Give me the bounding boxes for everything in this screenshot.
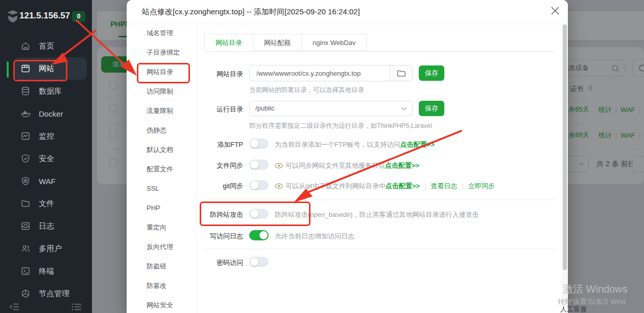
sidebar-item-home[interactable]: 首页 bbox=[14, 35, 87, 57]
menu-item-rewrite[interactable]: 伪静态 bbox=[127, 121, 197, 140]
section-divider bbox=[204, 249, 556, 249]
sidebar-item-label: 数据库 bbox=[39, 86, 62, 96]
sidebar-item-label: Docker bbox=[39, 109, 63, 118]
sidebar-item-terminal[interactable]: 终端 bbox=[14, 260, 87, 282]
notification-badge[interactable]: 0 bbox=[72, 11, 85, 22]
active-indicator-bar bbox=[7, 61, 9, 78]
docker-icon bbox=[20, 108, 31, 119]
file-sync-config-link[interactable]: 点击配置>> bbox=[385, 161, 419, 170]
app-root: 121.5.156.57 0 首页 网站 数据库 Docker 监控 安全 bbox=[0, 0, 644, 313]
sidebar-item-label: 文件 bbox=[39, 199, 54, 209]
folder-icon bbox=[20, 198, 31, 209]
menu-list-icon[interactable] bbox=[71, 303, 82, 311]
cross-site-desc: 防跨站攻击(open_basedir)，防止黑客通过其他网站目录进行入侵攻击 bbox=[275, 210, 479, 219]
collapse-sidebar-icon[interactable] bbox=[9, 303, 19, 311]
access-log-desc: 允许当前日志增加访问日志 bbox=[275, 232, 354, 241]
run-dir-label: 运行目录 bbox=[194, 105, 243, 114]
windows-activation-watermark-sub: 转到“设置”以激活 Wind bbox=[558, 297, 626, 306]
ftp-desc: 为当前目录添加一个FTP账号，以支持访问点击配置>> bbox=[275, 140, 435, 149]
menu-item-access-limit[interactable]: 访问限制 bbox=[127, 82, 197, 101]
eye-icon bbox=[275, 183, 283, 189]
server-ip: 121.5.156.57 bbox=[19, 11, 70, 21]
git-config-link[interactable]: 点击配置>> bbox=[386, 182, 420, 191]
folder-open-icon bbox=[397, 70, 406, 77]
sidebar-item-label: 多用户 bbox=[39, 244, 62, 254]
tab-site-directory[interactable]: 网站目录 bbox=[204, 34, 253, 51]
modal-scrollbar-thumb[interactable] bbox=[563, 25, 567, 270]
site-dir-input[interactable] bbox=[255, 69, 388, 78]
menu-item-traffic-limit[interactable]: 流量限制 bbox=[127, 101, 197, 121]
sidebar-item-security[interactable]: 安全 bbox=[14, 147, 87, 170]
menu-item-tamper-proof[interactable]: 防篡改 bbox=[127, 276, 197, 296]
close-icon bbox=[550, 5, 561, 16]
menu-item-default-doc[interactable]: 默认文档 bbox=[127, 140, 197, 160]
password-access-toggle[interactable] bbox=[249, 257, 269, 267]
modal-tabs: 网站目录 网站配额 nginx WebDav bbox=[204, 34, 556, 52]
sidebar-item-nodes[interactable]: 节点管理 bbox=[14, 282, 87, 305]
file-sync-toggle[interactable] bbox=[249, 160, 269, 170]
sidebar-item-label: 首页 bbox=[39, 41, 54, 51]
git-sync-toggle[interactable] bbox=[249, 180, 269, 190]
ftp-toggle[interactable] bbox=[249, 139, 269, 149]
menu-item-php[interactable]: PHP bbox=[127, 198, 197, 218]
chevron-down-icon bbox=[401, 107, 407, 111]
tab-site-quota[interactable]: 网站配额 bbox=[253, 34, 302, 51]
windows-activation-watermark: 激活 Windows bbox=[563, 282, 628, 296]
terminal-icon bbox=[20, 266, 31, 276]
sidebar-item-label: 节点管理 bbox=[39, 289, 69, 299]
save-run-dir-button[interactable]: 保存 bbox=[419, 101, 444, 116]
sidebar: 121.5.156.57 0 首页 网站 数据库 Docker 监控 安全 bbox=[0, 0, 92, 313]
ftp-label: 添加FTP bbox=[194, 140, 243, 149]
sidebar-item-database[interactable]: 数据库 bbox=[14, 80, 87, 102]
sidebar-item-files[interactable]: 文件 bbox=[14, 192, 87, 215]
website-icon bbox=[20, 63, 31, 74]
password-access-label: 密码访问 bbox=[194, 258, 243, 267]
shield-globe-icon bbox=[20, 176, 31, 186]
close-button[interactable] bbox=[550, 5, 563, 18]
menu-item-site-directory[interactable]: 网站目录 bbox=[127, 62, 197, 82]
menu-item-domain-manage[interactable]: 域名管理 bbox=[127, 24, 197, 43]
git-sync-desc: 可以从git中下载文件到网站目录中点击配置>>|查看日志|立即同步 bbox=[275, 182, 495, 191]
menu-item-redirect[interactable]: 重定向 bbox=[127, 218, 197, 237]
browse-folder-button[interactable] bbox=[390, 65, 412, 81]
run-dir-value: /public bbox=[255, 104, 275, 112]
log-icon bbox=[20, 221, 31, 231]
cube-icon bbox=[20, 288, 31, 299]
menu-item-subdir-bind[interactable]: 子目录绑定 bbox=[127, 43, 197, 62]
section-divider bbox=[204, 199, 556, 200]
monitor-icon bbox=[20, 131, 31, 141]
ftp-config-link[interactable]: 点击配置>> bbox=[400, 140, 435, 149]
database-icon bbox=[20, 86, 31, 96]
menu-item-config-file[interactable]: 配置文件 bbox=[127, 160, 197, 179]
sidebar-item-waf[interactable]: WAF bbox=[14, 170, 87, 192]
run-dir-help: 部分程序需要指定二级目录作为运行目录，如ThinkPHP5,Laravel bbox=[249, 122, 432, 130]
menu-item-site-security[interactable]: 网站安全 bbox=[127, 296, 197, 313]
tab-nginx-webdav[interactable]: nginx WebDav bbox=[301, 34, 367, 51]
view-log-link[interactable]: 查看日志 bbox=[431, 182, 457, 191]
file-sync-desc: 可以同步网站文件至其他服务节点点击配置>> bbox=[275, 161, 419, 170]
menu-item-reverse-proxy[interactable]: 反向代理 bbox=[127, 237, 197, 257]
sidebar-item-label: 网站 bbox=[39, 64, 54, 74]
site-dir-label: 网站目录 bbox=[194, 70, 243, 79]
sidebar-item-monitor[interactable]: 监控 bbox=[14, 125, 87, 147]
sidebar-item-website[interactable]: 网站 bbox=[14, 57, 87, 80]
sidebar-item-label: 日志 bbox=[39, 221, 54, 231]
sync-now-link[interactable]: 立即同步 bbox=[468, 182, 495, 191]
menu-item-ssl[interactable]: SSL bbox=[127, 179, 197, 198]
panel-logo-icon bbox=[6, 10, 19, 23]
sidebar-item-logs[interactable]: 日志 bbox=[14, 215, 87, 237]
git-sync-label: git同步 bbox=[194, 182, 243, 191]
run-dir-select[interactable]: /public bbox=[249, 101, 413, 116]
shield-check-icon bbox=[20, 153, 31, 164]
sidebar-item-label: WAF bbox=[39, 177, 56, 186]
eye-icon bbox=[275, 163, 283, 169]
cross-site-toggle[interactable] bbox=[249, 209, 269, 219]
sidebar-item-docker[interactable]: Docker bbox=[14, 102, 87, 125]
sidebar-item-multiuser[interactable]: 多用户 bbox=[14, 237, 87, 260]
file-sync-label: 文件同步 bbox=[194, 161, 243, 170]
access-log-toggle[interactable] bbox=[249, 230, 269, 240]
menu-item-hotlink[interactable]: 防盗链 bbox=[127, 257, 197, 276]
save-site-dir-button[interactable]: 保存 bbox=[419, 65, 444, 81]
site-dir-field bbox=[249, 65, 413, 81]
modal-title: 站点修改[cx.y.zonghengtx.top] -- 添加时间[2025-0… bbox=[142, 0, 360, 24]
